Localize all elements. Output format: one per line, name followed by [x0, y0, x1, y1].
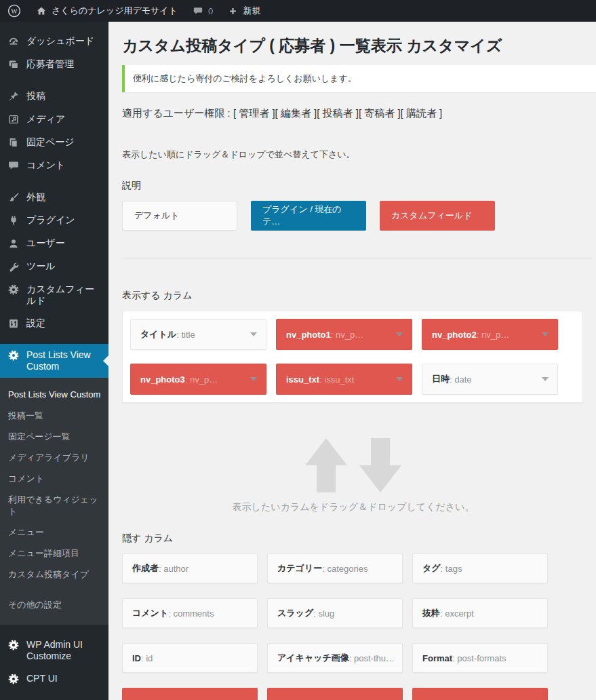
submenu-item[interactable]: コメント [0, 468, 108, 489]
sidebar-item-active[interactable]: Post Lists View Custom [0, 344, 108, 378]
hidden-column-box[interactable]: コメント : comments [122, 598, 258, 628]
plugin-submenu: Post Lists View Custom投稿一覧固定ページ一覧メディアライブ… [0, 378, 108, 625]
column-name: ID [132, 653, 141, 663]
column-key: : layout [158, 698, 186, 700]
pages-icon [7, 136, 20, 149]
column-name: カテゴリー [277, 562, 322, 575]
caret-down-icon [542, 377, 549, 381]
description-option-button[interactable]: プラグイン / 現在のテ… [251, 201, 366, 231]
sidebar-item-label: Post Lists View Custom [26, 349, 102, 372]
wrench-icon [7, 260, 20, 273]
down-arrow-icon [359, 438, 401, 492]
column-key: : nv_p… [331, 330, 363, 340]
column-name: nv_photo1_txt [277, 698, 338, 700]
hidden-column-box[interactable]: カテゴリー : categories [267, 553, 403, 583]
sidebar-menu: ダッシュボード応募者管理投稿メディア固定ページコメント外観プラグインユーザーツー… [0, 22, 108, 378]
sidebar-item[interactable]: 外観 [0, 186, 108, 209]
submenu-item[interactable]: メニュー詳細項目 [0, 543, 108, 564]
hidden-column-box[interactable]: nv_photo2_txt : nv_phot… [412, 688, 548, 700]
submenu-item[interactable]: 利用できるウィジェット [0, 489, 108, 522]
submenu-item[interactable]: カスタム投稿タイプ [0, 564, 108, 585]
description-option-button[interactable]: デフォルト [122, 201, 237, 231]
hidden-column-box[interactable]: nv_photo1_txt : nv_phot… [267, 688, 403, 700]
wordpress-logo-icon: W [7, 4, 21, 18]
visible-column-dropdown[interactable]: 日時 : date [422, 364, 558, 395]
caret-down-icon [542, 332, 549, 336]
visible-columns-grid: タイトル : titlenv_photo1 : nv_p…nv_photo2 :… [130, 319, 575, 395]
images-icon [7, 58, 20, 71]
wp-logo-button[interactable]: W [0, 0, 28, 22]
column-name: layout [132, 698, 158, 700]
sidebar-item-label: 固定ページ [26, 136, 102, 148]
sidebar-item[interactable]: 設定 [0, 312, 108, 335]
description-options: デフォルトプラグイン / 現在のテ…カスタムフィールド [122, 201, 596, 231]
hidden-column-box[interactable]: タグ : tags [412, 553, 548, 583]
user-permissions-line: 適用するユーザー権限 : [ 管理者 ][ 編集者 ][ 投稿者 ][ 寄稿者 … [122, 107, 596, 120]
user-icon [7, 237, 20, 250]
gear-icon [7, 639, 20, 651]
new-label: 新規 [243, 5, 260, 17]
submenu-item[interactable]: Post Lists View Custom [0, 384, 108, 405]
column-name: 作成者 [132, 562, 159, 575]
sidebar-item-label: コメント [26, 159, 102, 171]
hidden-columns-grid: 作成者 : authorカテゴリー : categoriesタグ : tagsコ… [122, 553, 596, 700]
hidden-column-box[interactable]: アイキャッチ画像 : post-thu… [267, 643, 403, 673]
collapse-menu-button[interactable]: メニューを閉じる [0, 694, 108, 700]
hidden-column-box[interactable]: layout : layout [122, 688, 258, 700]
drag-drop-arrows [122, 438, 584, 492]
column-key: : nv_p… [477, 330, 509, 340]
submenu-item[interactable]: 投稿一覧 [0, 405, 108, 426]
submenu-item[interactable]: 固定ページ一覧 [0, 426, 108, 447]
caret-down-icon [396, 377, 403, 381]
site-home-link[interactable]: さくらのナレッジ用デモサイト [28, 0, 185, 22]
sidebar-item[interactable]: CPT UI [0, 667, 108, 691]
hidden-column-box[interactable]: スラッグ : slug [267, 598, 403, 628]
column-name: nv_photo2_txt [422, 698, 483, 700]
visible-column-dropdown[interactable]: issu_txt : issu_txt [276, 364, 412, 395]
donation-notice-text: 便利に感じたら寄付のご検討をよろしくお願いします。 [133, 73, 357, 83]
column-name: Format [422, 653, 452, 663]
sidebar-item[interactable]: 固定ページ [0, 131, 108, 154]
dashboard-icon [7, 35, 20, 47]
column-name: タグ [422, 562, 441, 575]
visible-column-dropdown[interactable]: nv_photo3 : nv_p… [130, 364, 266, 395]
visible-column-dropdown[interactable]: nv_photo2 : nv_p… [422, 319, 558, 350]
svg-text:W: W [11, 7, 18, 15]
hidden-column-box[interactable]: 作成者 : author [122, 553, 258, 583]
column-key: : nv_p… [185, 374, 218, 385]
sidebar-item[interactable]: カスタムフィールド [0, 278, 108, 312]
sidebar-item[interactable]: ツール [0, 255, 108, 278]
caret-down-icon [396, 332, 403, 336]
submenu-item[interactable]: メニュー [0, 522, 108, 543]
comments-link[interactable]: 0 [185, 0, 220, 22]
new-content-menu[interactable]: 新規 [220, 0, 268, 22]
visible-column-dropdown[interactable]: タイトル : title [130, 319, 266, 350]
sidebar-item[interactable]: プラグイン [0, 209, 108, 232]
column-name: issu_txt [286, 374, 319, 385]
submenu-item[interactable]: メディアライブラリ [0, 447, 108, 468]
sidebar-item[interactable]: 投稿 [0, 85, 108, 108]
submenu-item[interactable]: その他の設定 [0, 594, 108, 615]
sidebar-item-label: 応募者管理 [26, 58, 102, 70]
column-key: : excerpt [440, 608, 474, 619]
visible-columns-dropzone[interactable]: タイトル : titlenv_photo1 : nv_p…nv_photo2 :… [122, 311, 583, 403]
sidebar-item[interactable]: コメント [0, 154, 108, 177]
column-key: : nv_phot… [483, 698, 528, 700]
column-name: nv_photo2 [432, 330, 477, 340]
home-icon [36, 5, 47, 16]
gear-icon [7, 349, 20, 362]
sidebar-item-label: CPT UI [26, 673, 102, 684]
description-option-button[interactable]: カスタムフィールド [380, 201, 495, 231]
sidebar-item[interactable]: WP Admin UI Customize [0, 634, 108, 667]
sidebar-item[interactable]: ユーザー [0, 232, 108, 255]
sidebar-item[interactable]: 応募者管理 [0, 53, 108, 76]
hidden-column-box[interactable]: Format : post-formats [412, 643, 548, 673]
visible-column-dropdown[interactable]: nv_photo1 : nv_p… [276, 319, 412, 350]
column-name: コメント [132, 607, 168, 619]
hidden-column-box[interactable]: ID : id [122, 643, 258, 673]
hidden-column-box[interactable]: 抜粋 : excerpt [412, 598, 548, 628]
sidebar-item-label: プラグイン [26, 214, 102, 226]
column-key: : slug [313, 608, 334, 619]
sidebar-item[interactable]: ダッシュボード [0, 30, 108, 53]
sidebar-item[interactable]: メディア [0, 108, 108, 131]
